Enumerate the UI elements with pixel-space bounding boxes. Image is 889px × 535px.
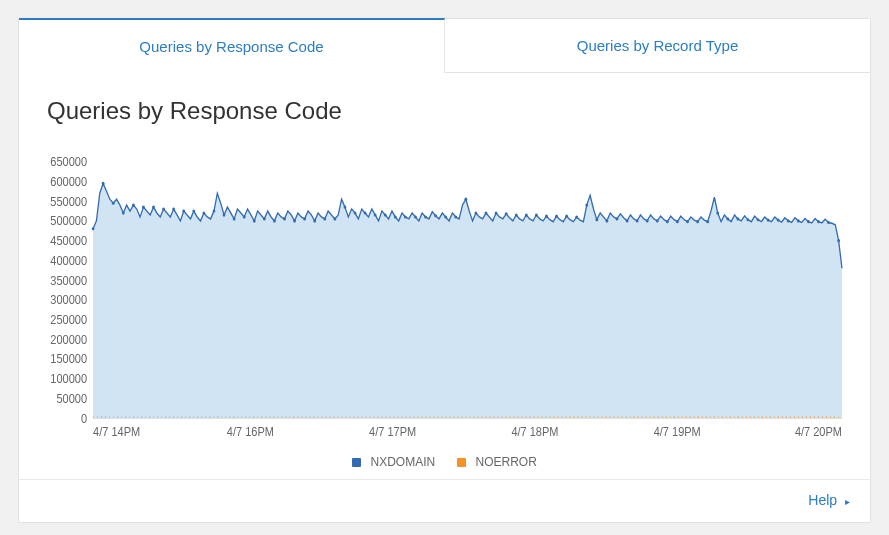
tab-record-type[interactable]: Queries by Record Type — [445, 19, 870, 73]
svg-point-65 — [595, 218, 598, 221]
svg-point-60 — [545, 215, 548, 218]
svg-point-19 — [132, 204, 135, 207]
svg-text:100000: 100000 — [50, 372, 87, 386]
panel-footer: Help ▸ — [19, 479, 870, 522]
svg-text:200000: 200000 — [50, 332, 87, 346]
svg-point-58 — [525, 213, 528, 216]
svg-point-67 — [616, 217, 619, 220]
svg-text:4/7 19PM: 4/7 19PM — [654, 425, 701, 439]
queries-panel: Queries by Response Code Queries by Reco… — [18, 18, 871, 523]
svg-point-84 — [787, 219, 790, 222]
svg-point-54 — [485, 211, 488, 214]
svg-point-79 — [736, 217, 739, 220]
svg-point-32 — [263, 217, 266, 220]
legend-item-nxdomain: NXDOMAIN — [352, 455, 435, 469]
svg-point-47 — [414, 215, 417, 218]
svg-point-59 — [535, 213, 538, 216]
svg-point-87 — [817, 220, 820, 223]
svg-point-77 — [716, 211, 719, 214]
svg-point-85 — [797, 219, 800, 222]
caret-right-icon: ▸ — [845, 496, 850, 507]
svg-point-18 — [122, 211, 125, 214]
legend-label: NOERROR — [476, 455, 537, 469]
svg-point-50 — [444, 215, 447, 218]
tab-response-code[interactable]: Queries by Response Code — [19, 18, 445, 73]
svg-point-17 — [112, 202, 115, 205]
svg-point-78 — [726, 217, 729, 220]
svg-point-27 — [213, 209, 216, 212]
svg-point-86 — [807, 220, 810, 223]
legend-swatch-noerror — [457, 458, 466, 467]
tab-label: Queries by Record Type — [577, 37, 738, 54]
help-label: Help — [808, 492, 837, 508]
svg-point-76 — [706, 220, 709, 223]
svg-point-39 — [333, 217, 336, 220]
svg-point-38 — [323, 217, 326, 220]
svg-point-61 — [555, 215, 558, 218]
svg-point-82 — [767, 219, 770, 222]
svg-point-75 — [696, 220, 699, 223]
svg-point-63 — [575, 215, 578, 218]
svg-text:350000: 350000 — [50, 273, 87, 287]
svg-point-81 — [757, 218, 760, 221]
legend-swatch-nxdomain — [352, 458, 361, 467]
svg-point-44 — [384, 213, 387, 216]
svg-point-56 — [505, 212, 508, 215]
legend-label: NXDOMAIN — [370, 455, 435, 469]
svg-text:4/7 20PM: 4/7 20PM — [795, 425, 842, 439]
legend-item-noerror: NOERROR — [457, 455, 537, 469]
chart-legend: NXDOMAIN NOERROR — [39, 455, 850, 469]
svg-point-36 — [303, 217, 306, 220]
svg-text:650000: 650000 — [50, 155, 87, 168]
svg-text:4/7 18PM: 4/7 18PM — [511, 425, 558, 439]
svg-point-52 — [464, 198, 467, 201]
svg-point-37 — [313, 219, 316, 222]
chart-content: Queries by Response Code 050000100000150… — [19, 73, 870, 479]
svg-point-51 — [454, 215, 457, 218]
svg-point-83 — [777, 219, 780, 222]
svg-point-57 — [515, 213, 518, 216]
tab-bar: Queries by Response Code Queries by Reco… — [19, 19, 870, 73]
svg-text:4/7 16PM: 4/7 16PM — [227, 425, 274, 439]
svg-text:500000: 500000 — [50, 214, 87, 228]
svg-point-29 — [233, 217, 236, 220]
svg-point-22 — [162, 207, 165, 210]
svg-text:450000: 450000 — [50, 234, 87, 248]
svg-point-73 — [676, 220, 679, 223]
svg-text:400000: 400000 — [50, 253, 87, 267]
svg-point-71 — [656, 219, 659, 222]
svg-point-35 — [293, 219, 296, 222]
svg-point-80 — [747, 218, 750, 221]
svg-point-31 — [253, 219, 256, 222]
svg-point-53 — [475, 211, 478, 214]
svg-point-88 — [827, 221, 830, 224]
svg-point-16 — [102, 182, 105, 185]
svg-point-20 — [142, 206, 145, 209]
svg-point-41 — [354, 211, 357, 214]
svg-point-43 — [374, 213, 377, 216]
svg-text:250000: 250000 — [50, 312, 87, 326]
svg-point-23 — [172, 207, 175, 210]
svg-point-74 — [686, 220, 689, 223]
svg-point-42 — [364, 211, 367, 214]
svg-point-68 — [626, 219, 629, 222]
svg-point-64 — [585, 204, 588, 207]
svg-point-26 — [202, 211, 205, 214]
svg-point-21 — [152, 206, 155, 209]
svg-text:4/7 17PM: 4/7 17PM — [369, 425, 416, 439]
svg-text:50000: 50000 — [56, 391, 87, 405]
svg-text:0: 0 — [81, 411, 88, 425]
svg-point-70 — [646, 219, 649, 222]
svg-point-72 — [666, 220, 669, 223]
svg-point-15 — [92, 227, 95, 230]
svg-point-89 — [837, 239, 840, 242]
svg-point-30 — [243, 215, 246, 218]
help-link[interactable]: Help ▸ — [808, 492, 850, 508]
svg-point-28 — [223, 213, 226, 216]
svg-point-25 — [192, 209, 195, 212]
svg-point-46 — [404, 215, 407, 218]
svg-point-66 — [606, 219, 609, 222]
svg-point-62 — [565, 215, 568, 218]
svg-point-49 — [434, 214, 437, 217]
svg-text:300000: 300000 — [50, 293, 87, 307]
